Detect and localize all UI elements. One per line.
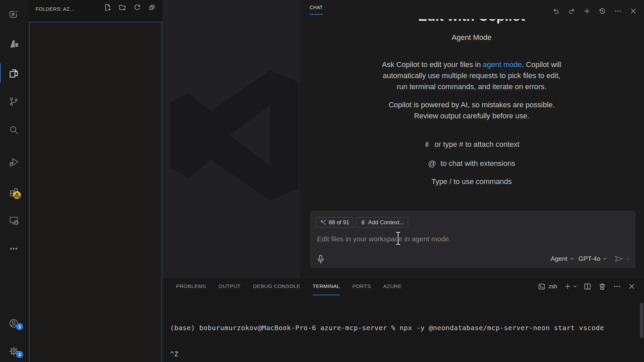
editor-area[interactable] [162,0,299,278]
copilot-chat-panel: Edit with Copilot CHAT [299,0,644,278]
collapse-all-icon[interactable] [148,4,156,11]
accounts-badge: 1 [16,323,23,330]
hint-use-commands: Type / to use commands [299,177,644,186]
send-button[interactable] [614,255,630,262]
more-views-icon[interactable] [8,243,19,254]
new-folder-icon[interactable] [119,4,126,11]
mode-picker[interactable]: Agent [551,255,574,262]
settings-gear-icon[interactable]: 1 [8,346,19,357]
panel-more-icon[interactable] [613,283,621,290]
active-view-indicator [0,63,1,82]
redo-icon[interactable] [568,7,575,15]
kill-terminal-icon[interactable] [598,283,606,290]
chevron-down-icon [603,257,607,260]
chat-caution-text: Copilot is powered by AI, so mistakes ar… [299,99,644,121]
chevron-down-icon [626,258,630,260]
run-debug-icon[interactable] [8,157,19,167]
folders-sidebar: FOLDERS: AZ... [29,0,162,362]
more-actions-icon[interactable] [614,7,622,15]
vscode-watermark-logo [170,70,299,201]
hint-attach-context: or type # to attach context [299,140,644,149]
extension-sparkle-icon[interactable] [8,9,19,20]
add-context-button[interactable]: Add Context... [356,217,408,228]
panel-tabs: PROBLEMS OUTPUT DEBUG CONSOLE TERMINAL P… [176,278,401,295]
terminal-line: ^Z [170,350,604,358]
chevron-down-icon [570,257,574,260]
remote-explorer-icon[interactable] [8,215,19,226]
paperclip-icon [360,219,366,226]
agent-mode-link[interactable]: agent mode [483,60,522,69]
at-icon: @ [428,159,436,168]
close-panel-icon[interactable] [628,283,636,290]
terminal-output[interactable]: (base) boburumurzokov@MacBook-Pro-6 azur… [170,306,604,362]
chat-subtitle: Agent Mode [299,33,644,42]
undo-icon[interactable] [552,7,560,15]
tab-output[interactable]: OUTPUT [218,278,240,295]
split-terminal-icon[interactable] [584,283,591,290]
text-cursor [395,231,401,246]
explorer-tree-area[interactable] [29,22,162,362]
shell-selector[interactable]: zsh [538,283,557,290]
search-icon[interactable] [8,125,19,135]
tools-picker-button[interactable]: 88 of 91 [316,217,353,228]
hint-chat-extensions: @ to chat with extensions [299,159,644,168]
sidebar-title: FOLDERS: AZ... [36,6,74,12]
mic-icon[interactable] [316,254,325,263]
refresh-icon[interactable] [133,4,141,11]
tab-chat[interactable]: CHAT [310,5,323,15]
tab-terminal[interactable]: TERMINAL [313,278,340,295]
bottom-panel: PROBLEMS OUTPUT DEBUG CONSOLE TERMINAL P… [162,278,644,362]
tab-ports[interactable]: PORTS [352,278,371,295]
activity-bar: 1 1 [0,0,29,362]
tab-azure[interactable]: AZURE [383,278,402,295]
new-chat-icon[interactable] [583,7,591,15]
extensions-icon[interactable] [8,187,19,197]
terminal-scrollbar[interactable] [640,303,643,338]
new-terminal-button[interactable] [564,283,577,290]
terminal-line: (base) boburumurzokov@MacBook-Pro-6 azur… [170,323,604,332]
explorer-icon[interactable] [8,67,19,78]
accounts-icon[interactable]: 1 [8,318,19,329]
chat-text-input[interactable]: Edit files in your workspace in agent mo… [317,235,449,243]
chat-input-box[interactable]: 88 of 91 Add Context... Edit files in yo… [311,211,635,268]
gray-logo-icon[interactable] [8,38,19,49]
paperclip-icon [424,141,430,148]
extensions-warning-badge [13,191,21,199]
chat-panel-header: CHAT [299,0,644,19]
model-picker[interactable]: GPT-4o [579,255,607,262]
source-control-icon[interactable] [8,96,19,107]
chat-intro-text: Ask Copilot to edit your files in agent … [299,59,644,92]
close-panel-icon[interactable] [630,7,637,15]
settings-badge: 1 [16,351,23,358]
tab-problems[interactable]: PROBLEMS [176,278,206,295]
new-file-icon[interactable] [104,4,111,11]
tools-icon [320,219,326,226]
history-icon[interactable] [599,7,606,15]
tab-debug-console[interactable]: DEBUG CONSOLE [253,278,300,295]
